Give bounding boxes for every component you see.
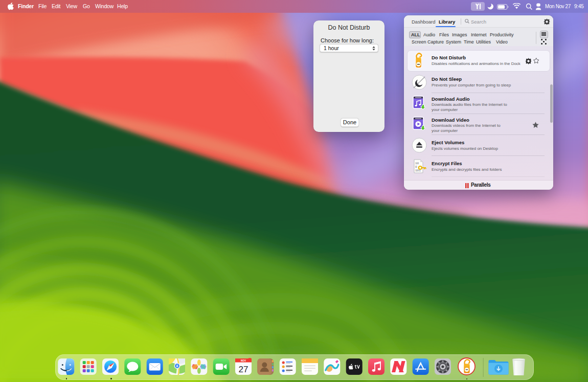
svg-text:27: 27 <box>239 365 248 374</box>
svg-text:10: 10 <box>415 162 419 165</box>
svg-text:NOV: NOV <box>241 359 246 362</box>
svg-text:0: 0 <box>415 165 417 169</box>
